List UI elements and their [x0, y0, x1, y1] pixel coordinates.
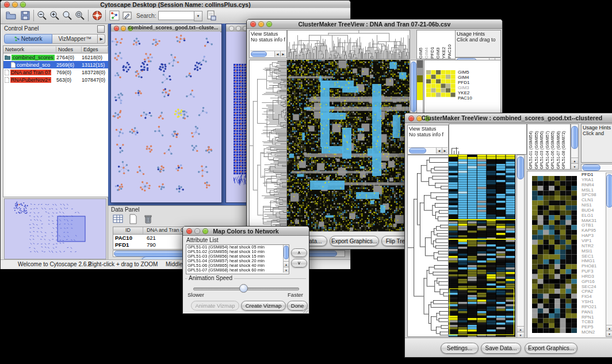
float-panel-icon[interactable]	[97, 25, 105, 33]
scroll-up-arrow[interactable]: ▲	[284, 261, 289, 267]
network-view-window-1: combined_scores_good.txt--cluste...	[110, 24, 222, 203]
scrollbar-thumb[interactable]	[582, 164, 600, 171]
settings-button[interactable]: Settings...	[441, 343, 479, 354]
treeview1-titlebar[interactable]: ClusterMaker TreeView : DNA and Tran 07-…	[247, 20, 502, 29]
network-row-dna-tran[interactable]: DNA and Tran 07 769(0) 183728(0)	[3, 68, 108, 76]
animate-vizmap-button: Animate Vizmap	[191, 301, 239, 311]
search-dropdown-arrow[interactable]: ▼	[194, 11, 202, 21]
tv1-usage-hints-panel: Usage Hints Click and drag to	[455, 30, 501, 58]
scrollbar-thumb[interactable]	[517, 156, 524, 179]
open-file-icon[interactable]	[5, 10, 17, 21]
scroll-down-arrow[interactable]: ▼	[284, 267, 289, 273]
scroll-down-arrow[interactable]: ▼	[606, 331, 612, 336]
view-status-text: No status info f	[408, 132, 448, 137]
treeview2-titlebar[interactable]: ClusterMaker TreeView : combined_scores_…	[405, 113, 612, 123]
attribute-listbox[interactable]: GPL51-01 (GSM854) heat shock 05 minGPL51…	[186, 244, 289, 274]
delete-attribute-icon[interactable]	[143, 214, 153, 227]
export-graphics-button[interactable]: Export Graphics...	[330, 236, 379, 246]
move-up-button[interactable]: ∧	[291, 248, 307, 257]
network-module-icon[interactable]	[109, 10, 120, 21]
heatmap-main[interactable]	[449, 155, 515, 337]
attribute-item[interactable]: GPL51-07 (GSM868) heat shock 60 min	[186, 268, 289, 273]
row-dendrogram[interactable]	[407, 155, 449, 337]
scroll-up-arrow[interactable]: ▲	[571, 158, 578, 163]
network-row-rnapuber[interactable]: RNAPuberNov2+ 563(0) 107847(0)	[3, 76, 108, 83]
main-titlebar[interactable]: Cytoscape Desktop (Session Name: collins…	[1, 1, 350, 9]
overview-canvas[interactable]	[5, 199, 105, 258]
scrollbar-thumb[interactable]	[606, 174, 612, 208]
network-canvas[interactable]	[111, 32, 220, 201]
close-button[interactable]	[229, 26, 234, 31]
new-attribute-icon[interactable]	[128, 214, 138, 227]
tab-network-label: Network	[21, 36, 43, 42]
network-view-1-titlebar[interactable]: combined_scores_good.txt--cluste...	[111, 24, 221, 32]
toolbar-separator	[33, 10, 34, 21]
gene-label: MON2	[582, 330, 605, 335]
save-icon[interactable]	[20, 10, 31, 21]
resize-grip[interactable]	[302, 306, 308, 313]
scroll-up-arrow[interactable]: ▲	[606, 325, 612, 331]
annotation-icon[interactable]	[121, 10, 133, 21]
scroll-left-arrow[interactable]: ◀	[436, 148, 442, 154]
export-graphics-button[interactable]: Export Graphics...	[525, 343, 577, 354]
tab-vizmapper[interactable]: VizMapper™	[52, 34, 98, 44]
column-dendrogram[interactable]	[287, 30, 410, 59]
tv2-vscrollbar[interactable]: ▲▼	[517, 155, 525, 338]
zoom-fit-icon[interactable]	[74, 10, 86, 21]
slower-label: Slower	[188, 292, 204, 298]
tv2-button-bar: Settings... Save Data... Export Graphics…	[405, 338, 612, 357]
scroll-down-arrow[interactable]: ▼	[517, 332, 524, 338]
attribute-grid-icon[interactable]	[113, 214, 123, 227]
usage-hints-text: Click and	[582, 131, 612, 136]
view-status-hscrollbar[interactable]: ◀▶	[408, 147, 447, 154]
nodes-count: 2569(6)	[56, 62, 82, 68]
zoom-out-icon[interactable]	[36, 10, 48, 21]
column-label: GPL51-02 (GSM855)	[534, 124, 540, 169]
search-input[interactable]	[158, 11, 195, 20]
tv2-row-labels: PFD1YRA1RNR4MSL1SPC98CLN1NIS1BUD4ELG1MAK…	[582, 173, 605, 335]
scrollbar-thumb[interactable]	[409, 148, 426, 154]
zoom-heatmap[interactable]	[532, 176, 577, 333]
tv1-row-labels: GIM5GIM4PFD1GIM3YKE2PAC10	[458, 70, 472, 101]
tv2-labels-list-vscrollbar[interactable]: ▲▼	[606, 173, 612, 337]
nodes-count: 563(0)	[56, 77, 82, 83]
minimize-button[interactable]	[236, 26, 241, 31]
birds-eye-view[interactable]	[4, 198, 106, 259]
view-status-hscrollbar[interactable]: ◀▶	[250, 51, 286, 57]
column-label: GIM4	[424, 30, 429, 59]
help-lifesaver-icon[interactable]	[91, 10, 103, 21]
save-data-button[interactable]: Save Data...	[481, 343, 521, 354]
main-window-title: Cytoscape Desktop (Session Name: collins…	[1, 1, 350, 8]
network-row-combined-scores[interactable]: combined_scores 2764(0) 16218(0)	[3, 53, 108, 61]
scrollbar-thumb[interactable]	[251, 51, 267, 57]
scroll-right-arrow[interactable]: ▶	[280, 51, 286, 57]
scrollbar-thumb[interactable]	[571, 126, 578, 149]
scroll-down-arrow[interactable]: ▼	[571, 163, 578, 169]
attribute-list-label: Attribute List	[186, 237, 219, 243]
heatmap-main[interactable]	[287, 60, 410, 232]
column-label: GIM5	[418, 30, 423, 59]
create-vizmap-button[interactable]: Create Vizmap	[241, 301, 286, 311]
scrollbar-thumb[interactable]	[284, 246, 289, 259]
tab-overflow-arrow[interactable]: ▶	[98, 34, 105, 44]
column-dendrogram[interactable]	[449, 124, 527, 155]
network-row-selected[interactable]: combined_sco 2569(6) 13112(15)	[3, 61, 108, 68]
scroll-up-arrow[interactable]: ▲	[517, 326, 524, 332]
scroll-right-arrow[interactable]: ▶	[442, 148, 447, 154]
zoom-in-icon[interactable]	[49, 10, 60, 21]
zoom-heatmap[interactable]	[426, 70, 456, 97]
scroll-left-arrow[interactable]: ◀	[274, 51, 280, 57]
tv2-usage-hints-panel: Usage Hints Click and	[581, 124, 612, 163]
row-dendrogram[interactable]	[249, 60, 287, 232]
dialog-titlebar[interactable]: Map Colors to Network	[183, 227, 309, 236]
speed-slider-thumb[interactable]	[239, 284, 248, 293]
tab-network[interactable]: Network	[4, 34, 52, 44]
scrollbar-thumb[interactable]	[411, 62, 416, 112]
settings-label: Settings...	[447, 345, 472, 351]
import-table-icon[interactable]	[205, 10, 217, 21]
tv2-labels-vscrollbar[interactable]: ▲▼	[571, 124, 579, 170]
move-down-button[interactable]: ∨	[291, 259, 307, 267]
list-vscrollbar[interactable]: ▲▼	[283, 245, 289, 273]
zoom-selected-icon[interactable]	[62, 10, 73, 21]
tv2-column-labels: GPL51-01 (GSM854)GPL51-02 (GSM855)GPL51-…	[527, 124, 571, 170]
